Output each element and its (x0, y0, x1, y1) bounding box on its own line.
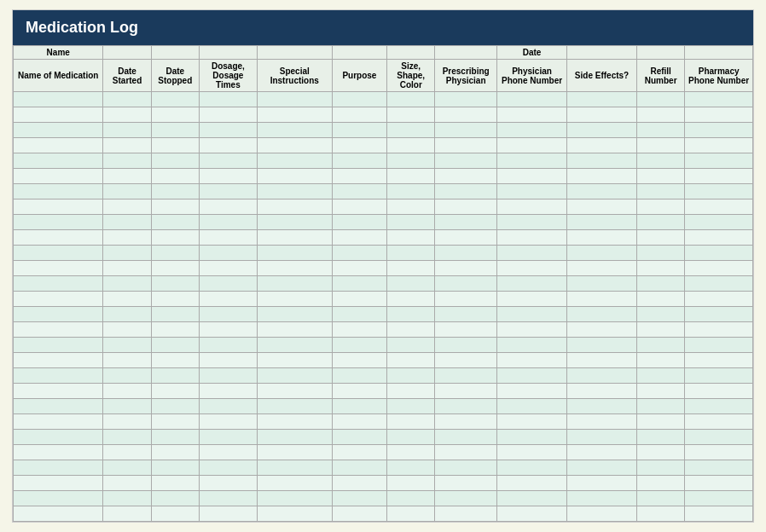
table-cell[interactable] (14, 92, 103, 107)
table-cell[interactable] (567, 169, 637, 184)
table-cell[interactable] (567, 276, 637, 292)
table-cell[interactable] (567, 399, 637, 414)
table-cell[interactable] (387, 414, 435, 430)
table-cell[interactable] (151, 215, 199, 230)
table-cell[interactable] (497, 246, 567, 261)
table-cell[interactable] (387, 184, 435, 200)
table-cell[interactable] (387, 123, 435, 138)
table-cell[interactable] (387, 445, 435, 460)
table-cell[interactable] (497, 215, 567, 230)
table-cell[interactable] (637, 184, 685, 200)
table-cell[interactable] (387, 430, 435, 445)
table-cell[interactable] (332, 215, 386, 230)
table-cell[interactable] (14, 184, 103, 200)
table-cell[interactable] (497, 445, 567, 460)
table-cell[interactable] (567, 445, 637, 460)
table-cell[interactable] (497, 384, 567, 399)
table-cell[interactable] (332, 246, 386, 261)
table-cell[interactable] (257, 430, 332, 445)
table-cell[interactable] (332, 184, 386, 200)
table-cell[interactable] (435, 107, 497, 123)
table-cell[interactable] (435, 184, 497, 200)
table-cell[interactable] (257, 276, 332, 292)
table-cell[interactable] (257, 399, 332, 414)
table-cell[interactable] (257, 368, 332, 384)
table-cell[interactable] (332, 92, 386, 107)
table-cell[interactable] (14, 353, 103, 368)
table-cell[interactable] (637, 414, 685, 430)
table-cell[interactable] (435, 230, 497, 246)
table-cell[interactable] (199, 399, 257, 414)
table-cell[interactable] (14, 445, 103, 460)
table-cell[interactable] (435, 414, 497, 430)
table-cell[interactable] (332, 276, 386, 292)
table-cell[interactable] (387, 230, 435, 246)
table-cell[interactable] (14, 215, 103, 230)
table-cell[interactable] (685, 92, 753, 107)
table-cell[interactable] (685, 153, 753, 169)
table-cell[interactable] (497, 200, 567, 215)
table-cell[interactable] (387, 276, 435, 292)
table-cell[interactable] (497, 153, 567, 169)
table-cell[interactable] (151, 307, 199, 322)
table-cell[interactable] (257, 476, 332, 491)
table-cell[interactable] (567, 307, 637, 322)
table-cell[interactable] (387, 200, 435, 215)
table-cell[interactable] (497, 107, 567, 123)
table-cell[interactable] (387, 246, 435, 261)
table-cell[interactable] (685, 123, 753, 138)
table-cell[interactable] (14, 460, 103, 476)
table-cell[interactable] (151, 384, 199, 399)
table-cell[interactable] (257, 307, 332, 322)
table-cell[interactable] (637, 476, 685, 491)
table-cell[interactable] (151, 230, 199, 246)
table-cell[interactable] (151, 261, 199, 276)
table-cell[interactable] (637, 261, 685, 276)
table-cell[interactable] (14, 384, 103, 399)
table-cell[interactable] (103, 107, 151, 123)
table-cell[interactable] (435, 215, 497, 230)
table-cell[interactable] (497, 476, 567, 491)
table-cell[interactable] (567, 292, 637, 307)
table-cell[interactable] (257, 107, 332, 123)
table-cell[interactable] (435, 476, 497, 491)
table-cell[interactable] (637, 276, 685, 292)
table-cell[interactable] (103, 276, 151, 292)
table-cell[interactable] (637, 169, 685, 184)
table-cell[interactable] (637, 246, 685, 261)
table-cell[interactable] (567, 200, 637, 215)
table-cell[interactable] (257, 460, 332, 476)
table-cell[interactable] (435, 353, 497, 368)
table-cell[interactable] (332, 123, 386, 138)
table-cell[interactable] (637, 292, 685, 307)
table-cell[interactable] (151, 368, 199, 384)
table-cell[interactable] (14, 138, 103, 153)
table-cell[interactable] (567, 230, 637, 246)
table-cell[interactable] (685, 368, 753, 384)
table-cell[interactable] (637, 460, 685, 476)
table-cell[interactable] (199, 476, 257, 491)
table-cell[interactable] (497, 123, 567, 138)
table-cell[interactable] (567, 92, 637, 107)
table-cell[interactable] (151, 138, 199, 153)
table-cell[interactable] (199, 460, 257, 476)
table-cell[interactable] (637, 368, 685, 384)
table-cell[interactable] (637, 506, 685, 522)
table-cell[interactable] (497, 414, 567, 430)
table-cell[interactable] (14, 230, 103, 246)
table-cell[interactable] (103, 399, 151, 414)
table-cell[interactable] (14, 153, 103, 169)
table-cell[interactable] (387, 153, 435, 169)
table-cell[interactable] (567, 153, 637, 169)
table-cell[interactable] (685, 399, 753, 414)
table-cell[interactable] (497, 261, 567, 276)
table-cell[interactable] (199, 276, 257, 292)
table-cell[interactable] (151, 246, 199, 261)
table-cell[interactable] (257, 322, 332, 338)
table-cell[interactable] (637, 123, 685, 138)
table-cell[interactable] (103, 368, 151, 384)
table-cell[interactable] (387, 491, 435, 506)
table-cell[interactable] (151, 276, 199, 292)
table-cell[interactable] (199, 292, 257, 307)
table-cell[interactable] (685, 292, 753, 307)
